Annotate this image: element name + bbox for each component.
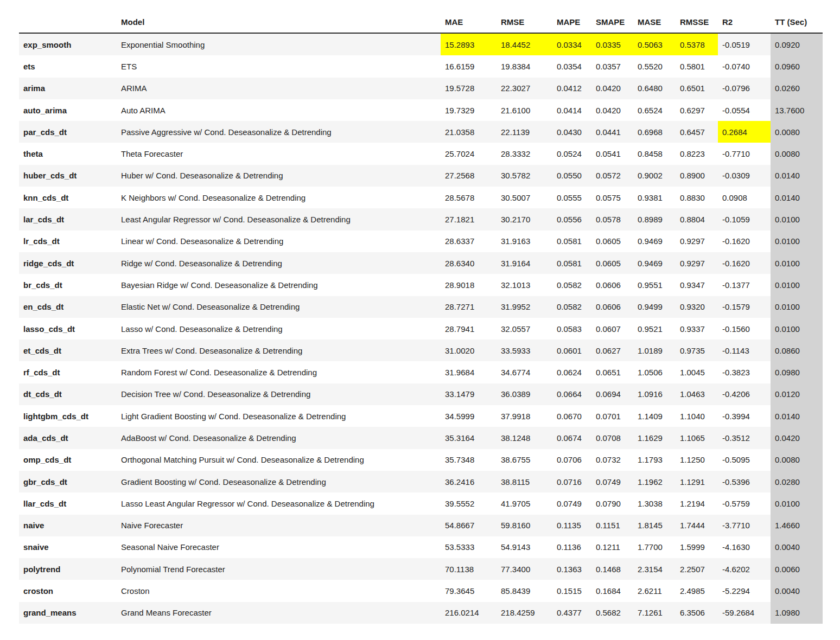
table-row-croston: crostonCroston79.364585.84390.15150.1684… (19, 580, 823, 601)
metric-cell-rmse: 22.3027 (497, 78, 552, 99)
metric-cell-smape: 0.0732 (591, 449, 633, 471)
metric-cell-rmse: 59.8160 (497, 515, 552, 536)
metric-cell-r2: -0.1059 (718, 208, 771, 230)
metric-cell-mase: 1.7700 (633, 536, 676, 558)
column-header-r2: R2 (718, 11, 771, 33)
metric-cell-r2: -0.1377 (718, 274, 771, 296)
table-row-lightgbm_cds_dt: lightgbm_cds_dtLight Gradient Boosting w… (19, 405, 823, 427)
metric-cell-rmse: 30.2170 (497, 208, 552, 230)
metric-cell-mae: 28.5678 (441, 187, 497, 208)
metric-cell-smape: 0.1468 (591, 558, 633, 580)
metric-cell-mape: 0.0716 (552, 471, 591, 492)
row-index-label: huber_cds_dt (19, 165, 117, 187)
metric-cell-rmse: 38.8115 (497, 471, 552, 492)
table-row-omp_cds_dt: omp_cds_dtOrthogonal Matching Pursuit w/… (19, 449, 823, 471)
metric-cell-mape: 0.0582 (552, 296, 591, 318)
metric-cell-mae: 54.8667 (441, 515, 497, 536)
metric-cell-mase: 0.9469 (633, 231, 676, 252)
metric-cell-rmsse: 0.8900 (676, 165, 718, 187)
metric-cell-mae: 35.7348 (441, 449, 497, 471)
metric-cell-mae: 34.5999 (441, 405, 497, 427)
model-name: Seasonal Naive Forecaster (117, 536, 441, 558)
model-name: Light Gradient Boosting w/ Cond. Deseaso… (117, 405, 441, 427)
metric-cell-mae: 28.7941 (441, 318, 497, 340)
metric-cell-r2: -0.7710 (718, 143, 771, 164)
metric-cell-mape: 0.1363 (552, 558, 591, 580)
metric-cell-mase: 0.9469 (633, 252, 676, 274)
metric-cell-r2: -0.5396 (718, 471, 771, 492)
model-name: Elastic Net w/ Cond. Deseasonalize & Det… (117, 296, 441, 318)
metric-cell-r2: -0.4206 (718, 383, 771, 405)
metric-cell-r2: -0.5759 (718, 492, 771, 514)
model-name: Naive Forecaster (117, 515, 441, 536)
table-row-naive: naiveNaive Forecaster54.866759.81600.113… (19, 515, 823, 536)
metric-cell-r2: -4.1630 (718, 536, 771, 558)
metric-cell-mape: 0.0581 (552, 231, 591, 252)
metric-cell-rmsse: 1.1040 (676, 405, 718, 427)
metric-cell-r2: -0.1143 (718, 340, 771, 361)
metric-cell-smape: 0.0790 (591, 492, 633, 514)
metric-cell-mase: 0.8989 (633, 208, 676, 230)
metric-cell-smape: 0.0605 (591, 231, 633, 252)
metric-cell-r2: -0.1560 (718, 318, 771, 340)
metric-cell-tt-sec: 0.0100 (771, 231, 823, 252)
model-name: AdaBoost w/ Cond. Deseasonalize & Detren… (117, 427, 441, 449)
metric-cell-rmsse: 0.8830 (676, 187, 718, 208)
metric-cell-mae: 39.5552 (441, 492, 497, 514)
metric-cell-r2: -0.0554 (718, 99, 771, 121)
row-index-label: lr_cds_dt (19, 231, 117, 252)
model-name: Lasso w/ Cond. Deseasonalize & Detrendin… (117, 318, 441, 340)
metric-cell-rmsse: 0.9347 (676, 274, 718, 296)
metric-cell-mase: 2.3154 (633, 558, 676, 580)
metric-cell-rmse: 31.9163 (497, 231, 552, 252)
model-name: Croston (117, 580, 441, 601)
metric-cell-mase: 1.1793 (633, 449, 676, 471)
table-row-et_cds_dt: et_cds_dtExtra Trees w/ Cond. Deseasonal… (19, 340, 823, 361)
metric-cell-mase: 0.9002 (633, 165, 676, 187)
model-comparison-table: ModelMAERMSEMAPESMAPEMASERMSSER2TT (Sec)… (19, 11, 823, 624)
metric-cell-rmse: 31.9164 (497, 252, 552, 274)
metric-cell-rmsse: 0.5801 (676, 55, 718, 77)
metric-cell-smape: 0.0651 (591, 361, 633, 383)
metric-cell-mape: 0.0664 (552, 383, 591, 405)
table-row-theta: thetaTheta Forecaster25.702428.33320.052… (19, 143, 823, 164)
row-index-label: theta (19, 143, 117, 164)
model-name: Exponential Smoothing (117, 33, 441, 55)
metric-cell-mase: 1.0916 (633, 383, 676, 405)
metric-cell-rmse: 33.5933 (497, 340, 552, 361)
metric-cell-rmsse: 0.5378 (676, 33, 718, 55)
metric-cell-r2: -0.1620 (718, 231, 771, 252)
metric-cell-r2: -4.6202 (718, 558, 771, 580)
row-index-label: lar_cds_dt (19, 208, 117, 230)
metric-cell-rmsse: 1.1065 (676, 427, 718, 449)
metric-cell-tt-sec: 0.0060 (771, 558, 823, 580)
metric-cell-mape: 0.1135 (552, 515, 591, 536)
row-index-label: ets (19, 55, 117, 77)
metric-cell-mase: 1.8145 (633, 515, 676, 536)
metric-cell-tt-sec: 0.0980 (771, 361, 823, 383)
metric-cell-tt-sec: 0.0140 (771, 187, 823, 208)
metric-cell-r2: -0.0519 (718, 33, 771, 55)
metric-cell-rmsse: 0.8804 (676, 208, 718, 230)
metric-cell-smape: 0.1684 (591, 580, 633, 601)
metric-cell-smape: 0.0694 (591, 383, 633, 405)
column-header-index (19, 11, 117, 33)
metric-cell-rmse: 32.1013 (497, 274, 552, 296)
metric-cell-tt-sec: 0.0100 (771, 492, 823, 514)
metric-cell-tt-sec: 0.0100 (771, 296, 823, 318)
metric-cell-tt-sec: 0.0920 (771, 33, 823, 55)
column-header-mape: MAPE (552, 11, 591, 33)
metric-cell-rmsse: 1.2194 (676, 492, 718, 514)
metric-cell-mase: 7.1261 (633, 602, 676, 624)
metric-cell-tt-sec: 0.0040 (771, 580, 823, 601)
table-row-lasso_cds_dt: lasso_cds_dtLasso w/ Cond. Deseasonalize… (19, 318, 823, 340)
row-index-label: gbr_cds_dt (19, 471, 117, 492)
metric-cell-tt-sec: 0.0080 (771, 449, 823, 471)
metric-cell-mape: 0.0354 (552, 55, 591, 77)
table-row-huber_cds_dt: huber_cds_dtHuber w/ Cond. Deseasonalize… (19, 165, 823, 187)
metric-cell-smape: 0.0605 (591, 252, 633, 274)
metric-cell-mase: 1.3038 (633, 492, 676, 514)
metric-cell-rmsse: 1.0045 (676, 361, 718, 383)
metric-cell-mape: 0.0555 (552, 187, 591, 208)
metric-cell-mae: 27.1821 (441, 208, 497, 230)
